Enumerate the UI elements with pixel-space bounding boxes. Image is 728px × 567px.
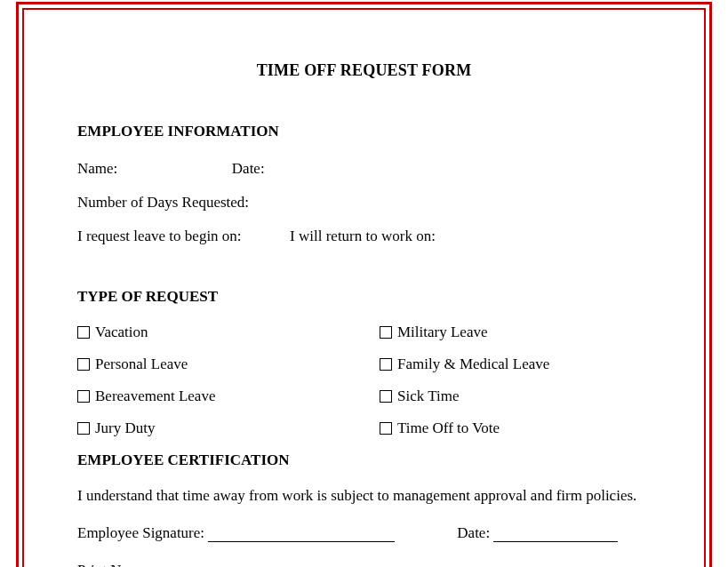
- certification-heading: EMPLOYEE CERTIFICATION: [77, 451, 651, 469]
- name-date-row: Name: Date:: [77, 160, 651, 178]
- option-label: Vacation: [95, 323, 148, 341]
- type-row: Personal Leave Family & Medical Leave: [77, 355, 651, 373]
- option-label: Military Leave: [397, 323, 488, 341]
- option-jury[interactable]: Jury Duty: [77, 419, 380, 437]
- form-page: TIME OFF REQUEST FORM EMPLOYEE INFORMATI…: [0, 0, 728, 567]
- form-title: TIME OFF REQUEST FORM: [77, 61, 651, 80]
- days-requested-row: Number of Days Requested:: [77, 194, 651, 212]
- leave-begin-label: I request leave to begin on:: [77, 228, 242, 244]
- inner-border: TIME OFF REQUEST FORM EMPLOYEE INFORMATI…: [22, 8, 706, 567]
- signature-row: Employee Signature: Date:: [77, 524, 651, 542]
- checkbox-icon[interactable]: [380, 326, 392, 339]
- name-label: Name:: [77, 160, 117, 177]
- checkbox-icon[interactable]: [380, 422, 392, 435]
- option-label: Bereavement Leave: [95, 387, 215, 405]
- checkbox-icon[interactable]: [77, 358, 90, 371]
- type-row: Vacation Military Leave: [77, 323, 651, 341]
- option-label: Personal Leave: [95, 355, 188, 373]
- option-label: Family & Medical Leave: [397, 355, 549, 373]
- date-label: Date:: [232, 160, 265, 177]
- print-name-row: Print Name:: [77, 562, 651, 567]
- days-requested-label: Number of Days Requested:: [77, 194, 249, 211]
- option-sick[interactable]: Sick Time: [380, 387, 459, 405]
- option-bereavement[interactable]: Bereavement Leave: [77, 387, 380, 405]
- option-label: Jury Duty: [95, 419, 156, 437]
- signature-line[interactable]: [208, 529, 395, 542]
- type-grid: Vacation Military Leave Personal Leave F…: [77, 323, 651, 437]
- option-vote[interactable]: Time Off to Vote: [380, 419, 500, 437]
- employee-info-heading: EMPLOYEE INFORMATION: [77, 123, 651, 140]
- option-label: Time Off to Vote: [397, 419, 500, 437]
- option-personal[interactable]: Personal Leave: [77, 355, 380, 373]
- type-of-request-heading: TYPE OF REQUEST: [77, 288, 651, 306]
- option-family-medical[interactable]: Family & Medical Leave: [380, 355, 549, 373]
- type-row: Jury Duty Time Off to Vote: [77, 419, 651, 437]
- leave-return-row: I request leave to begin on: I will retu…: [77, 228, 651, 245]
- certification-text: I understand that time away from work is…: [77, 487, 651, 505]
- signature-date-label: Date:: [457, 524, 490, 542]
- signature-label: Employee Signature:: [77, 524, 204, 542]
- checkbox-icon[interactable]: [380, 390, 392, 403]
- checkbox-icon[interactable]: [77, 326, 90, 339]
- date-line[interactable]: [493, 529, 618, 542]
- return-label: I will return to work on:: [290, 228, 436, 244]
- checkbox-icon[interactable]: [77, 422, 90, 435]
- type-row: Bereavement Leave Sick Time: [77, 387, 651, 405]
- option-military[interactable]: Military Leave: [380, 323, 488, 341]
- checkbox-icon[interactable]: [380, 358, 392, 371]
- option-label: Sick Time: [397, 387, 459, 405]
- checkbox-icon[interactable]: [77, 390, 90, 403]
- print-name-label: Print Name:: [77, 562, 151, 567]
- option-vacation[interactable]: Vacation: [77, 323, 380, 341]
